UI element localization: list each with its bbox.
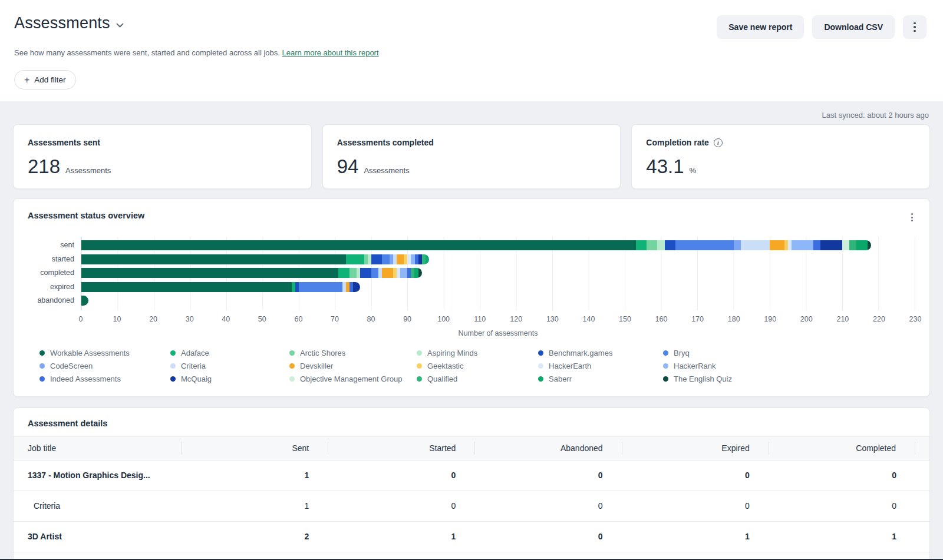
learn-more-link[interactable]: Learn more about this report xyxy=(282,48,379,57)
legend-item[interactable]: Qualified xyxy=(417,373,538,386)
bar-segment[interactable] xyxy=(734,240,741,250)
bar-segment[interactable] xyxy=(636,240,647,250)
legend-item[interactable]: CodeScreen xyxy=(39,360,170,373)
legend-label: Workable Assessments xyxy=(50,349,130,357)
bar-segment[interactable] xyxy=(81,296,88,306)
table-row[interactable]: Criteria10000 xyxy=(14,491,929,522)
stacked-bar-abandoned[interactable] xyxy=(81,296,88,306)
bar-segment[interactable] xyxy=(81,268,338,278)
legend-item[interactable]: The English Quiz xyxy=(663,373,915,386)
table-header-cell[interactable]: Started xyxy=(328,442,474,455)
job-title-cell: 1337 - Motion Graphics Desig... xyxy=(28,470,181,480)
bar-segment[interactable] xyxy=(397,254,404,264)
legend-label: Saberr xyxy=(549,375,572,383)
legend-item[interactable]: HackerRank xyxy=(663,360,915,373)
info-icon[interactable]: i xyxy=(714,138,723,147)
legend-item[interactable]: McQuaig xyxy=(170,373,289,386)
legend-item[interactable]: Geektastic xyxy=(417,360,538,373)
bar-segment[interactable] xyxy=(418,268,422,278)
legend-dot-icon xyxy=(417,363,422,369)
bar-row-started xyxy=(81,253,915,267)
bar-segment[interactable] xyxy=(856,240,867,250)
stacked-bar-started[interactable] xyxy=(81,254,429,264)
legend-item[interactable]: Arctic Shores xyxy=(289,347,417,360)
legend-dot-icon xyxy=(289,350,295,356)
legend-item[interactable]: Aspiring Minds xyxy=(417,347,538,360)
table-row[interactable]: 3D Artist21011 xyxy=(14,522,929,552)
legend-item[interactable]: Workable Assessments xyxy=(39,347,170,360)
bar-segment[interactable] xyxy=(842,240,849,250)
table-header-cell[interactable]: Job title xyxy=(28,442,181,455)
bar-segment[interactable] xyxy=(770,240,784,250)
bar-segment[interactable] xyxy=(849,240,856,250)
legend-item[interactable]: Criteria xyxy=(170,360,289,373)
stat-value: 94 xyxy=(337,155,359,178)
bar-segment[interactable] xyxy=(371,254,382,264)
bar-segment[interactable] xyxy=(741,240,770,250)
legend-label: Bryq xyxy=(674,349,690,357)
stat-card-assessments-sent: Assessments sent 218 Assessments xyxy=(13,124,312,189)
legend-item[interactable]: Objective Management Group xyxy=(289,373,417,386)
stacked-bar-sent[interactable] xyxy=(81,240,871,250)
bar-segment[interactable] xyxy=(81,254,346,264)
x-tick-label: 180 xyxy=(728,315,740,323)
x-tick-label: 30 xyxy=(186,315,194,323)
bar-segment[interactable] xyxy=(299,282,342,292)
bar-segment[interactable] xyxy=(657,240,664,250)
bar-segment[interactable] xyxy=(675,240,733,250)
add-filter-label: Add filter xyxy=(34,75,65,84)
assessment-status-overview-card: Assessment status overview sentstartedco… xyxy=(13,198,930,397)
bar-segment[interactable] xyxy=(426,254,429,264)
bar-segment[interactable] xyxy=(349,268,357,278)
legend-item[interactable]: Benchmark.games xyxy=(538,347,663,360)
table-row[interactable]: 1337 - Motion Graphics Desig...10000 xyxy=(14,460,929,491)
bar-segment[interactable] xyxy=(81,282,292,292)
legend-item[interactable]: HackerEarth xyxy=(538,360,663,373)
bar-segment[interactable] xyxy=(360,268,371,278)
table-header-cell[interactable]: Expired xyxy=(622,442,769,455)
table-header-cell[interactable]: Completed xyxy=(769,442,915,455)
legend-item[interactable]: Saberr xyxy=(538,373,663,386)
plus-icon: + xyxy=(24,75,29,85)
add-filter-button[interactable]: + Add filter xyxy=(14,70,76,90)
bar-segment[interactable] xyxy=(665,240,675,250)
bar-segment[interactable] xyxy=(353,282,360,292)
chart-kebab-menu-button[interactable] xyxy=(909,211,915,224)
bar-segment[interactable] xyxy=(382,268,393,278)
legend-item[interactable]: Devskiller xyxy=(289,360,417,373)
chart-x-axis-label: Number of assessments xyxy=(81,329,915,337)
legend-item[interactable]: Indeed Assessments xyxy=(39,373,170,386)
bar-segment[interactable] xyxy=(813,240,820,250)
bar-segment[interactable] xyxy=(647,240,657,250)
table-value-cell: 0 xyxy=(328,501,474,511)
stacked-bar-completed[interactable] xyxy=(81,268,422,278)
save-new-report-button[interactable]: Save new report xyxy=(717,15,804,39)
download-csv-button[interactable]: Download CSV xyxy=(812,15,895,39)
bar-row-completed xyxy=(81,266,915,280)
stat-card-assessments-completed: Assessments completed 94 Assessments xyxy=(322,124,621,189)
bar-segment[interactable] xyxy=(868,240,871,250)
stacked-bar-expired[interactable] xyxy=(81,282,360,292)
table-header-cell[interactable]: Abandoned xyxy=(474,442,621,455)
bar-segment[interactable] xyxy=(400,268,407,278)
bar-segment[interactable] xyxy=(382,254,389,264)
table-value-cell: 0 xyxy=(328,470,474,480)
legend-dot-icon xyxy=(39,363,45,369)
table-header-cell[interactable]: Sent xyxy=(181,442,328,455)
chart-category-labels: sentstartedcompletedexpiredabandoned xyxy=(28,237,81,337)
legend-item[interactable]: Adaface xyxy=(170,347,289,360)
header-kebab-menu-button[interactable] xyxy=(903,15,926,39)
bar-segment[interactable] xyxy=(338,268,349,278)
chevron-down-icon[interactable] xyxy=(116,20,124,31)
x-tick-label: 110 xyxy=(474,315,486,323)
legend-item[interactable]: Bryq xyxy=(663,347,915,360)
bar-segment[interactable] xyxy=(346,254,364,264)
table-value-cell: 0 xyxy=(474,532,621,541)
x-tick-label: 20 xyxy=(149,315,157,323)
table-value-cell: 2 xyxy=(181,532,328,541)
stat-label: Assessments sent xyxy=(28,138,100,147)
bar-segment[interactable] xyxy=(820,240,842,250)
bar-segment[interactable] xyxy=(371,268,378,278)
bar-segment[interactable] xyxy=(81,240,636,250)
bar-segment[interactable] xyxy=(792,240,813,250)
